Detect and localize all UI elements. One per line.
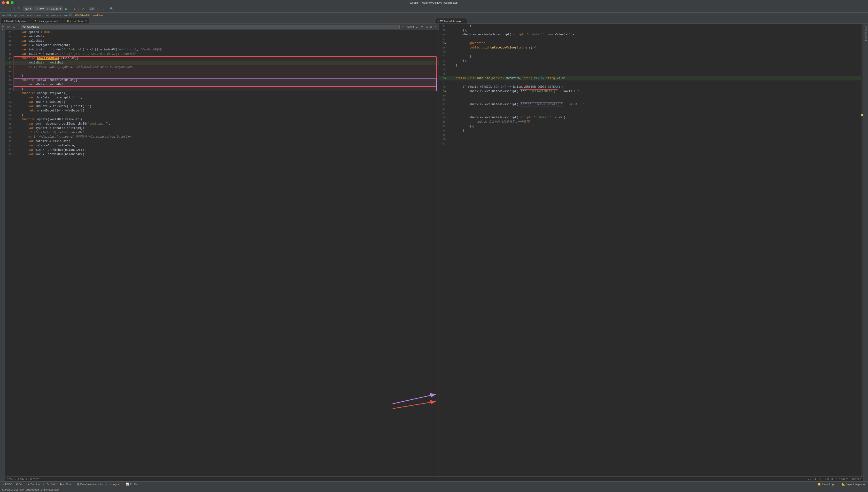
- tab-label: echart.html: [70, 20, 83, 23]
- git-update-button[interactable]: ↓: [101, 7, 105, 11]
- status-path-bar: html > body > script: [5, 476, 439, 481]
- event-log-label: Event Log: [822, 483, 834, 486]
- search-clear-button[interactable]: ×: [401, 25, 404, 29]
- right-code-area[interactable]: 64 } 65 }); 66 mWebView.evaluateJavascri…: [439, 24, 863, 476]
- toolbar: ← → 🔨 app ▾ HUAWEI TNY-AL00 ▾ ▶ ■ ⟳ Git:…: [0, 5, 868, 13]
- bc-main[interactable]: main: [27, 14, 33, 17]
- bc-loadline[interactable]: loadLine: [93, 14, 103, 17]
- close-button[interactable]: [2, 1, 5, 4]
- stop-button[interactable]: ■: [73, 7, 77, 11]
- database-icon: 🗄: [77, 483, 80, 486]
- maximize-button[interactable]: [11, 1, 14, 4]
- check-icon: ✓: [97, 7, 99, 10]
- tab-webviewutil[interactable]: J WebViewUtil.java ×: [435, 18, 467, 24]
- right-gutter: [861, 24, 863, 476]
- search-prev-button[interactable]: ▲: [415, 25, 419, 29]
- code-line-64: 64 var min = arrMinNum(balanceArr);: [5, 148, 439, 152]
- tab-close-icon2[interactable]: ×: [60, 20, 61, 22]
- search-next-button[interactable]: ▼: [420, 25, 424, 29]
- code-line-47: 47 }: [5, 74, 439, 78]
- tab-activitymain[interactable]: X activity_main.xml ×: [32, 18, 64, 24]
- code-line-65: 65 var max = arrMaxNum(balanceArr);: [5, 152, 439, 156]
- html-file-icon: H: [67, 20, 69, 22]
- run-button[interactable]: ▶: [64, 6, 69, 11]
- code-line-63: 63 var balanceArr = valueDate;: [5, 144, 439, 148]
- minimize-button[interactable]: [6, 1, 9, 4]
- search-bar: Aa W .* × 1 result ▲ ▼ ⊞ ≡ ×: [5, 24, 439, 30]
- rcode-line-79: ● 79 mWebView.evaluateJavascript( ipt: "…: [439, 89, 863, 94]
- search-close-button[interactable]: ×: [433, 25, 437, 29]
- code-line-49: 49 valueDate = valueDat;: [5, 82, 439, 87]
- indent: 4 spaces: [836, 477, 849, 481]
- run-bottom-button[interactable]: ▶ 4: Run: [59, 482, 72, 486]
- tab-close-webviewutil[interactable]: ×: [463, 20, 464, 22]
- rcode-line-72: 72 });: [439, 59, 863, 63]
- code-line-45: 45 // $('#xAxisData').append('x轴数据加载完成'+…: [5, 65, 439, 69]
- search-input[interactable]: [21, 25, 399, 29]
- database-inspector-button[interactable]: 🗄 Database Inspector: [76, 483, 105, 486]
- layout-inspector-icon: 📐: [842, 483, 845, 486]
- build-bottom-button[interactable]: 🔨 Build: [45, 482, 58, 486]
- left-code-area[interactable]: 37 var option = null; 38 var xAxisData; …: [5, 30, 439, 476]
- run-icon: ▶: [65, 7, 68, 11]
- bc-webviewutil[interactable]: WebViewUtil: [75, 14, 90, 17]
- git-check-button[interactable]: ✓: [96, 7, 100, 11]
- forward-button[interactable]: →: [7, 7, 12, 11]
- sep2: [71, 7, 71, 11]
- case-sensitive-icon[interactable]: Aa: [6, 25, 11, 29]
- logcat-icon: ≡: [109, 483, 111, 486]
- bc-src[interactable]: src: [21, 14, 24, 17]
- override-icon: ●: [445, 41, 446, 46]
- event-log-button[interactable]: 🔔 Event Log: [816, 482, 835, 486]
- back-button[interactable]: ←: [1, 7, 6, 11]
- left-editor-panel: Aa W .* × 1 result ▲ ▼ ⊞ ≡ × 37 var opti…: [5, 24, 439, 481]
- profiler-button[interactable]: 📊 Profiler: [124, 482, 140, 486]
- bottom-sep6: [838, 483, 838, 486]
- tab-echart[interactable]: H echart.html ×: [64, 18, 89, 24]
- layout-inspector-label: Layout Inspector: [846, 483, 866, 486]
- bc-webh5[interactable]: WebH5: [2, 14, 11, 17]
- bottom-sep1: [25, 483, 25, 486]
- rcode-line-74: 74: [439, 67, 863, 72]
- bc-app[interactable]: app: [14, 14, 18, 17]
- rcode-line-67: 67: [439, 37, 863, 41]
- app-dropdown[interactable]: app ▾: [23, 6, 33, 11]
- tab-close-icon3[interactable]: ×: [85, 20, 87, 22]
- regex-icon[interactable]: .*: [17, 25, 20, 29]
- rcode-line-77: 77: [439, 80, 863, 85]
- todo-button[interactable]: ≡ TODO: [1, 483, 14, 486]
- code-line-58: 58 var dom = document.getElementById("co…: [5, 122, 439, 126]
- rcode-line-83: 83: [439, 107, 863, 111]
- bc-example[interactable]: example: [51, 14, 61, 17]
- terminal-label: Terminal: [30, 483, 41, 486]
- tab-close-icon[interactable]: ×: [28, 20, 29, 22]
- git-bottom-button[interactable]: ⑆ Git: [15, 483, 24, 486]
- bc-java[interactable]: java: [36, 14, 41, 17]
- bottom-sep2: [43, 483, 44, 486]
- device-dropdown[interactable]: HUAWEI TNY-AL00 ▾: [34, 6, 63, 11]
- build-variants-label[interactable]: Build Variants: [864, 25, 868, 43]
- terminal-button[interactable]: ▸ Terminal: [27, 482, 42, 486]
- search-global-button[interactable]: 🔍: [109, 7, 114, 11]
- code-line-41: 41 var isAndroid = u.indexOf('Android') …: [5, 48, 439, 52]
- rcode-line-90: 90: [439, 137, 863, 142]
- bc-com[interactable]: com: [44, 14, 49, 17]
- search-filter-button[interactable]: ≡: [430, 25, 432, 29]
- whole-word-icon[interactable]: W: [12, 25, 16, 29]
- svg-line-3: [393, 394, 436, 404]
- bc-webh5-pkg[interactable]: webh5: [64, 14, 72, 17]
- tab-mainactivity[interactable]: J MainActivity.java ×: [1, 18, 32, 24]
- logcat-button[interactable]: ≡ Logcat: [108, 483, 121, 486]
- rcode-line-71: 71 }: [439, 54, 863, 59]
- search-options-button[interactable]: ⊞: [425, 25, 429, 29]
- profiler-label: Profiler: [130, 483, 138, 486]
- sync-button[interactable]: ⟳: [80, 7, 85, 11]
- device-label: HUAWEI TNY-AL00: [35, 7, 59, 10]
- layout-inspector-button[interactable]: 📐 Layout Inspector: [840, 482, 867, 486]
- build-button[interactable]: 🔨: [16, 7, 22, 11]
- code-line-39: 39 var valueDate;: [5, 39, 439, 43]
- rcode-line-91: 91: [439, 142, 863, 146]
- project-icon[interactable]: Project: [0, 25, 4, 29]
- rcode-line-70: 70: [439, 50, 863, 54]
- search-result-count: 1 result: [405, 25, 414, 28]
